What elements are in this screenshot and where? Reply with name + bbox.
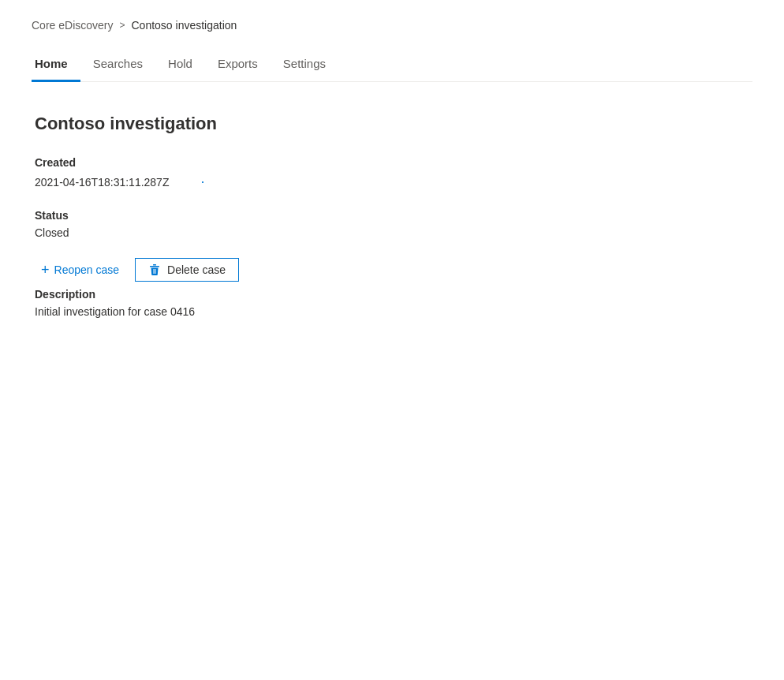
breadcrumb-separator: > [119,20,125,31]
breadcrumb-parent[interactable]: Core eDiscovery [32,19,113,32]
trash-icon [148,263,161,276]
tab-home[interactable]: Home [32,47,80,82]
status-label: Status [35,209,749,222]
breadcrumb: Core eDiscovery > Contoso investigation [32,19,752,32]
description-value: Initial investigation for case 0416 [35,305,749,318]
created-label: Created [35,156,749,169]
svg-rect-1 [150,266,159,267]
created-value: 2021-04-16T18:31:11.287Z [35,176,169,189]
plus-icon: + [41,263,50,277]
breadcrumb-current: Contoso investigation [132,19,237,32]
dot-indicator: · [200,174,204,190]
created-field-group: Created 2021-04-16T18:31:11.287Z · [35,156,749,190]
actions-row: + Reopen case Delete case [35,258,749,282]
tab-searches[interactable]: Searches [80,47,155,82]
delete-case-button[interactable]: Delete case [135,258,239,282]
description-field-group: Description Initial investigation for ca… [35,288,749,318]
status-field-group: Status Closed [35,209,749,239]
content-area: Contoso investigation Created 2021-04-16… [32,107,752,343]
status-value: Closed [35,226,749,239]
tabs-container: Home Searches Hold Exports Settings [32,47,752,82]
svg-rect-0 [153,264,156,266]
description-label: Description [35,288,749,301]
reopen-case-button[interactable]: + Reopen case [35,258,125,282]
page-container: Core eDiscovery > Contoso investigation … [0,0,784,375]
page-title: Contoso investigation [35,114,749,134]
delete-label: Delete case [167,263,226,276]
tab-settings[interactable]: Settings [271,47,338,82]
reopen-label: Reopen case [54,263,120,276]
tab-hold[interactable]: Hold [155,47,205,82]
tab-exports[interactable]: Exports [205,47,271,82]
